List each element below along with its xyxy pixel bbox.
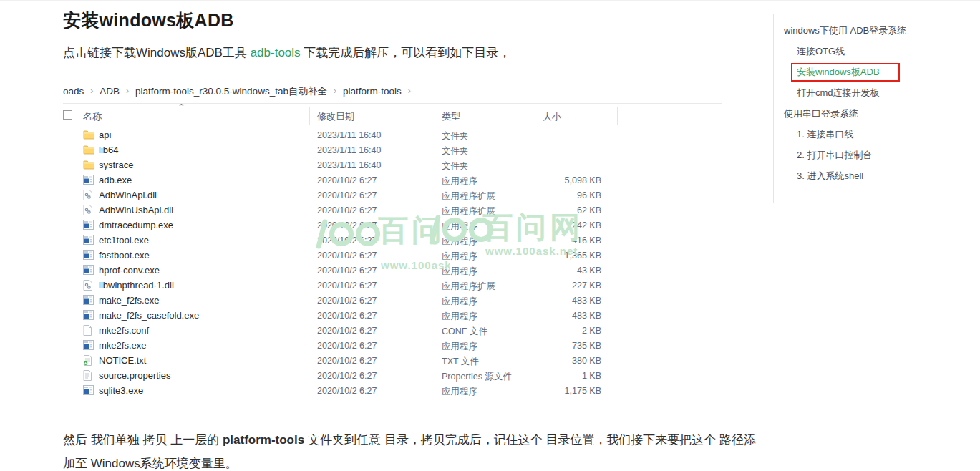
- exe-icon: [83, 265, 94, 276]
- file-row[interactable]: libwinpthread-1.dll2020/10/2 6:27应用程序扩展2…: [63, 278, 722, 293]
- breadcrumb-segment[interactable]: ADB: [100, 86, 120, 97]
- file-row[interactable]: etc1tool.exe2020/10/2 6:27应用程序416 KB: [63, 233, 722, 248]
- file-name: make_f2fs.exe: [99, 295, 160, 306]
- file-name: hprof-conv.exe: [99, 265, 160, 276]
- exe-icon: [83, 220, 94, 230]
- folder-icon: [83, 130, 94, 140]
- dll-icon: [83, 280, 94, 291]
- exe-icon: [83, 175, 94, 185]
- intro-text-before: 点击链接下载Windows版ADB工具: [63, 46, 251, 59]
- file-list: api2023/1/11 16:40文件夹lib642023/1/11 16:4…: [63, 127, 722, 398]
- file-explorer-screenshot: oads›ADB›platform-tools_r30.0.5-windows_…: [63, 79, 722, 398]
- column-header-date[interactable]: 修改日期: [317, 110, 354, 123]
- active-item-highlight-box[interactable]: 安装windows板ADB: [791, 63, 900, 82]
- file-row[interactable]: systrace2023/1/11 16:40文件夹: [63, 157, 722, 173]
- file-size: 96 KB: [521, 190, 601, 200]
- exe-icon: [83, 385, 94, 396]
- file-type: 应用程序: [442, 296, 477, 308]
- file-row[interactable]: api2023/1/11 16:40文件夹: [63, 127, 722, 142]
- file-name: libwinpthread-1.dll: [99, 280, 174, 291]
- file-size: 5,098 KB: [521, 175, 601, 185]
- file-row[interactable]: fastboot.exe2020/10/2 6:27应用程序1,365 KB: [63, 248, 722, 263]
- file-name: adb.exe: [99, 175, 132, 185]
- file-type: 文件夹: [442, 130, 469, 142]
- file-size: 1,175 KB: [521, 386, 601, 396]
- file-type: 应用程序: [442, 341, 477, 353]
- file-size: 380 KB: [521, 356, 601, 366]
- exe-icon: [83, 310, 94, 321]
- file-date-modified: 2020/10/2 6:27: [317, 326, 377, 336]
- breadcrumb-segment[interactable]: oads: [63, 86, 84, 97]
- outro-bold-platform-tools: platform-tools: [223, 433, 304, 447]
- file-date-modified: 2020/10/2 6:27: [317, 371, 377, 381]
- file-date-modified: 2023/1/11 16:40: [317, 130, 381, 140]
- dll-icon: [83, 190, 94, 200]
- folder-icon: [83, 145, 94, 155]
- toc-item[interactable]: 连接OTG线: [797, 47, 977, 57]
- file-type: 文件夹: [442, 160, 469, 173]
- file-type: 应用程序: [442, 311, 477, 323]
- file-date-modified: 2020/10/2 6:27: [317, 266, 377, 276]
- file-date-modified: 2020/10/2 6:27: [317, 205, 377, 215]
- toc-item-active[interactable]: 安装windows板ADB: [797, 67, 977, 77]
- file-type: 应用程序: [442, 266, 477, 278]
- dll-icon: [83, 205, 94, 215]
- intro-paragraph: 点击链接下载Windows版ADB工具 adb-tools 下载完成后解压，可以…: [63, 44, 510, 61]
- file-row[interactable]: AdbWinApi.dll2020/10/2 6:27应用程序扩展96 KB: [63, 188, 722, 203]
- file-row[interactable]: adb.exe2020/10/2 6:27应用程序5,098 KB: [63, 173, 722, 188]
- file-date-modified: 2020/10/2 6:27: [317, 356, 377, 366]
- breadcrumb-segment[interactable]: platform-tools_r30.0.5-windows_tab自动补全: [135, 85, 327, 98]
- toc-item[interactable]: 3. 进入系统shell: [797, 171, 977, 181]
- chevron-right-icon: ›: [90, 86, 93, 96]
- exe-icon: [83, 235, 94, 246]
- file-row[interactable]: source.properties2020/10/2 6:27Propertie…: [63, 368, 722, 383]
- file-row[interactable]: NOTICE.txt2020/10/2 6:27TXT 文件380 KB: [63, 353, 722, 368]
- file-row[interactable]: make_f2fs_casefold.exe2020/10/2 6:27应用程序…: [63, 308, 722, 323]
- file-row[interactable]: dmtracedump.exe2020/10/2 6:27应用程序242 KB: [63, 218, 722, 233]
- file-type: Properties 源文件: [442, 371, 512, 383]
- file-size: 242 KB: [521, 220, 601, 230]
- column-header-size[interactable]: 大小: [543, 110, 561, 123]
- column-header-type[interactable]: 类型: [442, 110, 460, 123]
- file-type: TXT 文件: [442, 356, 479, 368]
- file-date-modified: 2020/10/2 6:27: [317, 311, 377, 321]
- file-type: 应用程序: [442, 220, 477, 233]
- file-name: etc1tool.exe: [99, 235, 149, 246]
- file-row[interactable]: mke2fs.exe2020/10/2 6:27应用程序735 KB: [63, 338, 722, 353]
- properties-icon: [83, 370, 94, 381]
- toc-item[interactable]: 打开cmd连接开发板: [797, 88, 977, 98]
- file-name: lib64: [99, 145, 118, 155]
- toc-item[interactable]: 使用串口登录系统: [784, 109, 977, 119]
- column-divider: [309, 107, 310, 125]
- toc-item[interactable]: windows下使用 ADB登录系统: [784, 26, 977, 36]
- file-name: source.properties: [99, 370, 170, 381]
- exe-icon: [83, 295, 94, 306]
- file-row[interactable]: make_f2fs.exe2020/10/2 6:27应用程序483 KB: [63, 293, 722, 308]
- file-size: 1,365 KB: [521, 251, 601, 261]
- adb-tools-link[interactable]: adb-tools: [251, 46, 301, 59]
- toc-item[interactable]: 1. 连接串口线: [797, 130, 977, 140]
- folder-icon: [83, 160, 94, 170]
- column-divider: [617, 107, 618, 125]
- file-type: 应用程序扩展: [442, 190, 495, 203]
- column-header-name[interactable]: 名称: [83, 110, 102, 123]
- file-row[interactable]: lib642023/1/11 16:40文件夹: [63, 142, 722, 157]
- file-type: 文件夹: [442, 145, 469, 157]
- file-row[interactable]: mke2fs.conf2020/10/2 6:27CONF 文件2 KB: [63, 323, 722, 338]
- file-name: fastboot.exe: [99, 250, 150, 261]
- file-date-modified: 2020/10/2 6:27: [317, 341, 377, 351]
- outro-paragraph: 然后 我们单独 拷贝 上一层的 platform-tools 文件夹到任意 目录…: [63, 428, 766, 471]
- file-date-modified: 2023/1/11 16:40: [317, 160, 381, 170]
- file-date-modified: 2020/10/2 6:27: [317, 175, 377, 185]
- file-type: 应用程序: [442, 235, 477, 248]
- file-row[interactable]: sqlite3.exe2020/10/2 6:27应用程序1,175 KB: [63, 383, 722, 398]
- table-header: 名称 ^ 修改日期 类型 大小: [63, 104, 722, 127]
- chevron-right-icon: ›: [334, 86, 336, 96]
- select-all-checkbox[interactable]: [63, 110, 72, 120]
- file-row[interactable]: hprof-conv.exe2020/10/2 6:27应用程序43 KB: [63, 263, 722, 278]
- toc-item[interactable]: 2. 打开串口控制台: [797, 150, 977, 160]
- column-divider: [435, 107, 435, 125]
- txt-icon: [83, 355, 94, 366]
- breadcrumb-segment[interactable]: platform-tools: [343, 86, 402, 97]
- file-row[interactable]: AdbWinUsbApi.dll2020/10/2 6:27应用程序扩展62 K…: [63, 203, 722, 218]
